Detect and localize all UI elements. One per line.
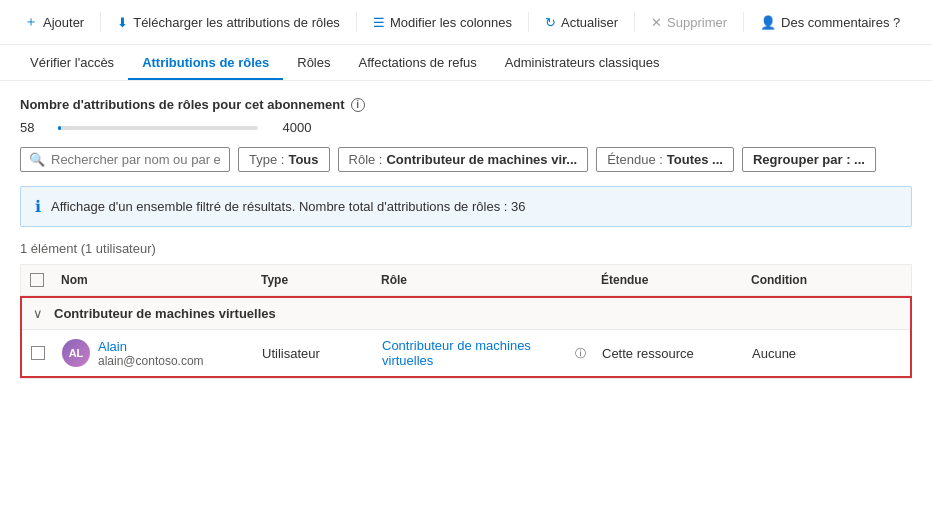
row-select-checkbox[interactable] [31, 346, 45, 360]
table-row: AL Alain alain@contoso.com Utilisateur C… [22, 330, 910, 376]
main-content: Nombre d'attributions de rôles pour cet … [0, 81, 932, 395]
tab-role-assignments[interactable]: Attributions de rôles [128, 45, 283, 80]
group-expand-chevron[interactable]: ∨ [22, 306, 54, 321]
user-cell: AL Alain alain@contoso.com [54, 339, 254, 368]
user-email: alain@contoso.com [98, 354, 204, 368]
tab-deny-assignments[interactable]: Affectations de refus [345, 45, 491, 80]
refresh-icon: ↻ [545, 15, 556, 30]
tab-classic-admins[interactable]: Administrateurs classiques [491, 45, 674, 80]
stats-info-icon[interactable]: i [351, 98, 365, 112]
avatar: AL [62, 339, 90, 367]
divider-3 [528, 12, 529, 32]
condition-cell: Aucune [744, 346, 864, 361]
stats-label: Nombre d'attributions de rôles pour cet … [20, 97, 912, 112]
count-label: 1 élément (1 utilisateur) [20, 241, 912, 256]
download-button[interactable]: ⬇ Télécharger les attributions de rôles [109, 10, 348, 35]
group-row: ∨ Contributeur de machines virtuelles [22, 298, 910, 330]
divider-1 [100, 12, 101, 32]
header-checkbox-cell [21, 273, 53, 287]
tab-roles[interactable]: Rôles [283, 45, 344, 80]
role-info-icon[interactable]: ⓘ [575, 346, 586, 361]
select-all-checkbox[interactable] [30, 273, 44, 287]
type-filter[interactable]: Type : Tous [238, 147, 330, 172]
col-header-type: Type [253, 273, 373, 287]
stat-fill [58, 126, 61, 130]
info-banner-icon: ℹ [35, 197, 41, 216]
download-icon: ⬇ [117, 15, 128, 30]
plus-icon: ＋ [24, 13, 38, 31]
search-input[interactable] [51, 152, 221, 167]
divider-2 [356, 12, 357, 32]
refresh-button[interactable]: ↻ Actualiser [537, 10, 626, 35]
user-name-link[interactable]: Alain [98, 339, 204, 354]
user-info: Alain alain@contoso.com [98, 339, 204, 368]
group-title: Contributeur de machines virtuelles [54, 306, 910, 321]
role-filter[interactable]: Rôle : Contributeur de machines vir... [338, 147, 589, 172]
delete-icon: ✕ [651, 15, 662, 30]
stat-max: 4000 [282, 120, 311, 135]
tab-check-access[interactable]: Vérifier l'accès [16, 45, 128, 80]
table-wrapper: Nom Type Rôle Étendue Condition ∨ Contri… [20, 264, 912, 379]
stat-current: 58 [20, 120, 34, 135]
stat-progress-bar [58, 126, 258, 130]
columns-button[interactable]: ☰ Modifier les colonnes [365, 10, 520, 35]
col-header-scope: Étendue [593, 273, 743, 287]
table-header: Nom Type Rôle Étendue Condition [21, 265, 911, 296]
scope-cell: Cette ressource [594, 346, 744, 361]
group-filter[interactable]: Regrouper par : ... [742, 147, 876, 172]
scope-filter[interactable]: Étendue : Toutes ... [596, 147, 734, 172]
highlighted-section: ∨ Contributeur de machines virtuelles AL… [20, 296, 912, 378]
col-header-name: Nom [53, 273, 253, 287]
comments-button[interactable]: 👤 Des commentaires ? [752, 10, 908, 35]
search-icon: 🔍 [29, 152, 45, 167]
comment-icon: 👤 [760, 15, 776, 30]
stats-numbers: 58 4000 [20, 120, 912, 135]
filter-bar: 🔍 Type : Tous Rôle : Contributeur de mac… [20, 147, 912, 172]
divider-5 [743, 12, 744, 32]
type-cell: Utilisateur [254, 346, 374, 361]
divider-4 [634, 12, 635, 32]
add-button[interactable]: ＋ Ajouter [16, 8, 92, 36]
stat-bar: 58 4000 [20, 120, 311, 135]
search-box[interactable]: 🔍 [20, 147, 230, 172]
toolbar: ＋ Ajouter ⬇ Télécharger les attributions… [0, 0, 932, 45]
col-header-condition: Condition [743, 273, 863, 287]
role-cell-link[interactable]: Contributeur de machines virtuelles ⓘ [374, 338, 594, 368]
col-header-role: Rôle [373, 273, 593, 287]
tabs-bar: Vérifier l'accès Attributions de rôles R… [0, 45, 932, 81]
row-checkbox-cell [22, 346, 54, 360]
columns-icon: ☰ [373, 15, 385, 30]
delete-button[interactable]: ✕ Supprimer [643, 10, 735, 35]
info-banner: ℹ Affichage d'un ensemble filtré de résu… [20, 186, 912, 227]
